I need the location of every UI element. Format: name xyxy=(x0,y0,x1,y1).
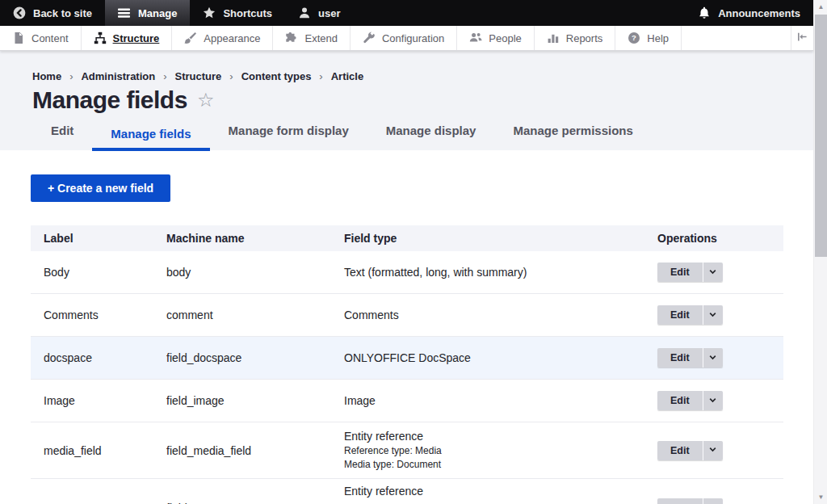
breadcrumb-home[interactable]: Home xyxy=(32,70,61,82)
tab-manage-display[interactable]: Manage display xyxy=(367,116,495,151)
toolbar-item-label: People xyxy=(489,32,521,44)
admin-toolbar: Back to site Manage Shortcuts user Annou… xyxy=(0,0,813,26)
breadcrumb-article[interactable]: Article xyxy=(331,70,363,82)
scrollbar-up-arrow[interactable]: ▲ xyxy=(814,0,827,14)
toolbar-item-structure[interactable]: Structure xyxy=(82,26,173,50)
field-label-cell: Body xyxy=(31,259,153,285)
table-row: Tags field_tags Entity reference Edit xyxy=(31,479,783,504)
field-machine-name-cell: comment xyxy=(153,302,331,328)
chevron-down-icon xyxy=(708,395,717,407)
toolbar-item-help[interactable]: ? Help xyxy=(615,26,682,50)
chevron-down-icon xyxy=(708,352,717,364)
operations-dropbutton: Edit xyxy=(657,498,723,504)
admin-bar-item-label: user xyxy=(318,7,340,19)
tab-manage-form-display[interactable]: Manage form display xyxy=(210,116,367,151)
puzzle-icon xyxy=(285,32,298,44)
admin-bar-item-back-to-site[interactable]: Back to site xyxy=(0,0,105,26)
field-type-cell: Entity reference Reference type: MediaMe… xyxy=(331,422,644,478)
toolbar-item-reports[interactable]: Reports xyxy=(535,26,616,50)
operations-cell: Edit xyxy=(644,342,783,374)
toolbar-item-appearance[interactable]: Appearance xyxy=(172,26,273,50)
sitemap-icon xyxy=(94,32,107,44)
chevron-down-icon xyxy=(708,267,717,279)
operations-cell: Edit xyxy=(644,492,783,504)
edit-button[interactable]: Edit xyxy=(657,391,703,410)
toolbar-item-label: Configuration xyxy=(382,32,444,44)
edit-button[interactable]: Edit xyxy=(657,348,703,368)
operations-dropdown-toggle[interactable] xyxy=(703,262,723,282)
field-machine-name-cell: field_tags xyxy=(153,495,331,504)
people-icon xyxy=(469,32,482,44)
field-type-text: Image xyxy=(344,393,632,409)
chevron-down-icon xyxy=(708,309,717,321)
admin-bar-item-user[interactable]: user xyxy=(285,0,353,26)
file-icon xyxy=(12,32,25,44)
tab-edit[interactable]: Edit xyxy=(32,116,92,151)
field-type-text: ONLYOFFICE DocSpace xyxy=(344,351,632,366)
create-new-field-button[interactable]: + Create a new field xyxy=(31,174,170,202)
operations-dropdown-toggle[interactable] xyxy=(703,305,723,325)
edit-button[interactable]: Edit xyxy=(657,305,703,325)
field-type-cell: Image xyxy=(331,387,644,415)
toolbar-item-content[interactable]: Content xyxy=(0,26,82,50)
breadcrumb: Home › Administration › Structure › Cont… xyxy=(32,70,813,82)
toolbar-item-label: Reports xyxy=(566,32,603,44)
toolbar-item-label: Appearance xyxy=(204,32,260,44)
edit-button[interactable]: Edit xyxy=(657,262,703,282)
tab-manage-permissions[interactable]: Manage permissions xyxy=(494,116,651,151)
field-machine-name-cell: field_docspace xyxy=(153,345,331,371)
field-type-text: Comments xyxy=(344,308,632,323)
toolbar-collapse-button[interactable] xyxy=(791,26,813,50)
operations-dropdown-toggle[interactable] xyxy=(703,348,723,368)
toolbar-item-label: Structure xyxy=(113,32,160,44)
hamburger-icon xyxy=(118,6,131,19)
field-label-cell: Comments xyxy=(31,302,153,328)
toolbar-item-people[interactable]: People xyxy=(457,26,534,50)
toolbar-item-configuration[interactable]: Configuration xyxy=(351,26,457,50)
operations-dropbutton: Edit xyxy=(657,305,723,325)
page-header: Home › Administration › Structure › Cont… xyxy=(0,51,813,150)
toolbar-item-extend[interactable]: Extend xyxy=(273,26,350,50)
collapse-left-icon xyxy=(796,31,808,46)
wrench-icon xyxy=(363,32,376,44)
star-icon xyxy=(203,6,216,19)
vertical-scrollbar[interactable]: ▲ ▼ xyxy=(813,0,827,504)
breadcrumb-structure[interactable]: Structure xyxy=(175,70,222,82)
field-type-detail: Reference type: Media xyxy=(344,444,632,458)
field-type-cell: Entity reference xyxy=(331,479,644,504)
field-machine-name-cell: body xyxy=(153,259,331,285)
user-icon xyxy=(298,6,311,19)
operations-dropdown-toggle[interactable] xyxy=(703,391,723,410)
field-label-cell: docspace xyxy=(31,345,153,371)
table-row: media_field field_media_field Entity ref… xyxy=(31,422,783,479)
question-icon: ? xyxy=(628,32,640,44)
announcements-button[interactable]: Announcements xyxy=(685,0,813,26)
edit-button[interactable]: Edit xyxy=(657,441,703,460)
operations-dropbutton: Edit xyxy=(657,262,723,282)
bell-icon xyxy=(698,6,711,19)
operations-cell: Edit xyxy=(644,256,783,288)
page-title: Manage fields xyxy=(32,86,187,114)
table-row: Comments comment Comments Edit xyxy=(31,294,783,337)
table-row: Image field_image Image Edit xyxy=(31,380,783,422)
admin-bar-item-manage[interactable]: Manage xyxy=(105,0,190,26)
operations-cell: Edit xyxy=(644,435,783,467)
scrollbar-down-arrow[interactable]: ▼ xyxy=(814,490,827,504)
edit-button[interactable]: Edit xyxy=(657,498,703,504)
admin-bar-item-shortcuts[interactable]: Shortcuts xyxy=(190,0,285,26)
admin-bar-item-label: Manage xyxy=(138,7,177,19)
field-type-cell: Comments xyxy=(331,301,644,330)
tab-manage-fields[interactable]: Manage fields xyxy=(92,120,209,151)
barchart-icon xyxy=(547,32,560,44)
field-type-detail: Media type: Document xyxy=(344,458,632,472)
breadcrumb-content-types[interactable]: Content types xyxy=(241,70,312,82)
operations-dropdown-toggle[interactable] xyxy=(703,441,723,460)
field-machine-name-cell: field_media_field xyxy=(153,438,331,464)
operations-cell: Edit xyxy=(644,384,783,417)
operations-dropbutton: Edit xyxy=(657,391,723,410)
breadcrumb-administration[interactable]: Administration xyxy=(81,70,155,82)
scrollbar-thumb[interactable] xyxy=(815,15,827,257)
operations-dropdown-toggle[interactable] xyxy=(703,498,723,504)
field-label-cell: Tags xyxy=(31,495,153,504)
favorite-star-icon[interactable]: ☆ xyxy=(197,90,215,110)
